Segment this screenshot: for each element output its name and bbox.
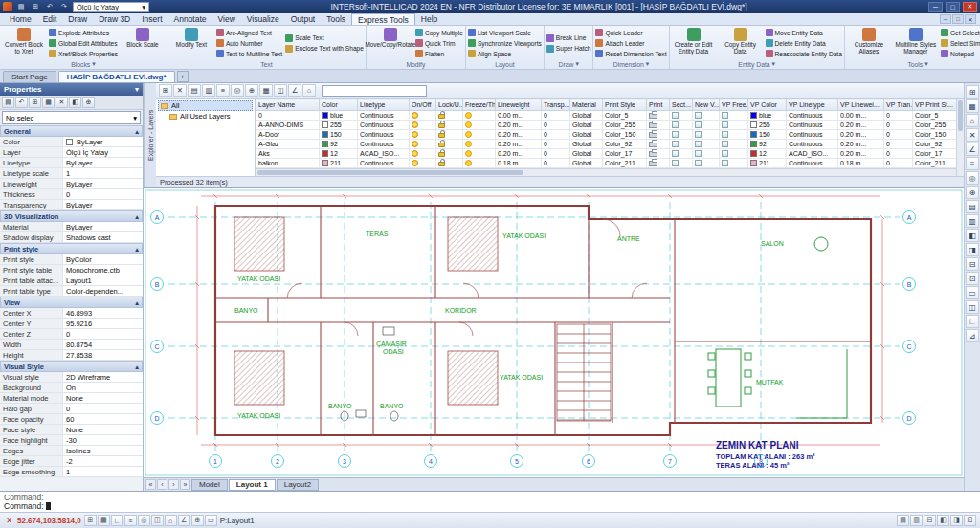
layer-sect-cell[interactable]	[670, 149, 693, 159]
redo-icon[interactable]: ↷	[58, 2, 70, 12]
layer-vpprintstyle-cell[interactable]: Color_5	[913, 111, 957, 121]
properties-toolbar-icon[interactable]: ⊕	[82, 97, 95, 108]
layer-newvp-cell[interactable]	[693, 140, 720, 149]
layer-onoff-cell[interactable]	[410, 159, 436, 168]
column-header-vp-linewei[interactable]: VP Linewei...	[838, 99, 884, 111]
layer-material-cell[interactable]: Global	[570, 111, 603, 121]
menu-item-draw[interactable]: Draw	[62, 13, 93, 25]
layer-print-cell[interactable]	[647, 149, 670, 159]
layer-color-cell[interactable]: 255	[320, 121, 358, 130]
quick-access-combo[interactable]: Ölçü İç Yatay ▾	[73, 2, 149, 12]
layers-toolbar-icon[interactable]: ◫	[274, 84, 287, 97]
property-value[interactable]: -2	[63, 456, 143, 466]
layer-freeze-cell[interactable]	[463, 130, 496, 140]
layer-onoff-cell[interactable]	[410, 140, 436, 149]
scrollbar-thumb[interactable]	[257, 170, 523, 175]
layer-vplinetype-cell[interactable]: Continuous	[787, 159, 838, 168]
column-header-layer-name[interactable]: Layer Name	[256, 99, 320, 111]
property-value[interactable]: Layout1	[63, 275, 143, 285]
section-header-3d-visualization[interactable]: 3D Visualization▴	[0, 210, 143, 222]
layer-vplineweight-cell[interactable]: 0.20 m...	[838, 130, 884, 140]
layer-vptransparency-cell[interactable]: 0	[884, 140, 913, 149]
doc-minimize-button[interactable]: ─	[940, 14, 951, 24]
layout-tab-layout-1[interactable]: Layout 1	[229, 479, 276, 491]
layer-newvp-cell[interactable]	[693, 111, 720, 121]
column-header-print[interactable]: Print	[647, 99, 670, 111]
property-value[interactable]: 1	[63, 467, 143, 476]
layer-name-cell[interactable]: A-ANNO-DIMS	[256, 121, 320, 130]
layer-newvp-cell[interactable]	[693, 159, 720, 168]
tab-start-page[interactable]: Start Page	[3, 71, 56, 82]
ribbon-button-notepad[interactable]: Notepad	[941, 49, 980, 58]
layers-toolbar-icon[interactable]: ⊞	[159, 84, 172, 97]
layers-toolbar-icon[interactable]: ✕	[173, 84, 187, 97]
property-value[interactable]: 27.8538	[63, 350, 143, 360]
status-toggle-icon[interactable]: ▤	[897, 515, 909, 526]
property-value[interactable]: On	[63, 383, 143, 392]
property-value[interactable]: Color-dependen...	[63, 286, 143, 296]
property-value[interactable]: ByColor	[63, 254, 143, 264]
layer-vptransparency-cell[interactable]: 0	[884, 111, 913, 121]
layer-lock-cell[interactable]	[436, 140, 463, 149]
layers-toolbar-icon[interactable]: ▤	[188, 84, 201, 97]
ribbon-button-list-viewport-scale[interactable]: List Viewport Scale	[468, 28, 542, 37]
column-header-lock-u[interactable]: Lock/U...	[436, 99, 463, 111]
menu-item-annotate[interactable]: Annotate	[168, 13, 212, 25]
right-toolbar-icon[interactable]: ◎	[966, 171, 979, 185]
ribbon-button-move-copy-rotate[interactable]: Move/Copy/Rotate	[368, 27, 412, 59]
layer-transparency-cell[interactable]: 0	[542, 111, 570, 121]
maximize-button[interactable]: □	[946, 2, 960, 12]
layer-vpcolor-cell[interactable]: 255	[748, 121, 787, 130]
layout-tab-model[interactable]: Model	[191, 479, 228, 491]
layer-vpprintstyle-cell[interactable]: Color_92	[913, 140, 957, 149]
menu-item-edit[interactable]: Edit	[37, 13, 63, 25]
layer-printstyle-cell[interactable]: Color_17	[603, 149, 647, 159]
layer-printstyle-cell[interactable]: Color_150	[603, 130, 647, 140]
properties-toolbar-icon[interactable]: ↶	[15, 97, 28, 108]
menu-item-output[interactable]: Output	[285, 13, 322, 25]
layer-printstyle-cell[interactable]: Color_92	[603, 140, 647, 149]
property-value[interactable]: 80.8754	[63, 340, 143, 349]
property-value[interactable]: 0	[63, 329, 143, 339]
layers-toolbar-icon[interactable]: ▦	[259, 84, 273, 97]
minimize-button[interactable]: ─	[928, 2, 943, 12]
ribbon-button-reset-dimension-text[interactable]: Reset Dimension Text	[595, 49, 666, 58]
right-toolbar-icon[interactable]: ▦	[966, 99, 979, 113]
ribbon-button-move-entity-data[interactable]: Move Entity Data	[766, 28, 842, 37]
column-header-vp-tran[interactable]: VP Tran...	[884, 99, 913, 111]
layer-lineweight-cell[interactable]: 0.20 m...	[496, 140, 542, 149]
panel-menu-icon[interactable]: ▾	[135, 85, 139, 94]
layer-onoff-cell[interactable]	[410, 130, 436, 140]
selection-filter-combo[interactable]: No selec ▾	[2, 111, 141, 124]
layers-toolbar-icon[interactable]: ⌂	[302, 84, 316, 97]
layer-vplineweight-cell[interactable]: 0.20 m...	[838, 140, 884, 149]
layer-freeze-cell[interactable]	[463, 159, 496, 168]
prev-tab-button[interactable]: ‹	[157, 479, 167, 490]
status-toggle-icon[interactable]: ≡	[124, 515, 137, 526]
section-header-general[interactable]: General▴	[0, 125, 143, 137]
layer-color-cell[interactable]: 92	[320, 140, 358, 149]
property-value[interactable]: ByLayer	[63, 179, 143, 188]
layers-toolbar-icon[interactable]: ⊕	[245, 84, 258, 97]
layer-vplinetype-cell[interactable]: Continuous	[787, 140, 838, 149]
ribbon-button-scale-text[interactable]: Scale Text	[285, 33, 364, 43]
layer-name-cell[interactable]: A-Door	[256, 130, 320, 140]
layer-printstyle-cell[interactable]: Color_211	[603, 159, 647, 168]
section-header-print-style[interactable]: Print style▴	[0, 243, 143, 254]
layer-vpcolor-cell[interactable]: blue	[748, 111, 787, 121]
property-value[interactable]: None	[63, 425, 143, 434]
right-toolbar-icon[interactable]: ⊿	[966, 329, 979, 342]
menu-item-view[interactable]: View	[212, 13, 241, 25]
column-header-new-v[interactable]: New V...	[693, 99, 720, 111]
layer-vpprintstyle-cell[interactable]: Color_255	[913, 121, 957, 130]
first-tab-button[interactable]: «	[145, 479, 156, 490]
column-header-vp-linetype[interactable]: VP Linetype	[787, 99, 838, 111]
right-toolbar-icon[interactable]: ⊕	[966, 186, 979, 199]
layer-transparency-cell[interactable]: 0	[542, 140, 570, 149]
last-tab-button[interactable]: »	[180, 479, 190, 490]
layer-sect-cell[interactable]	[670, 159, 693, 168]
layer-linetype-cell[interactable]: Continuous	[358, 140, 410, 149]
section-header-view[interactable]: View▴	[0, 297, 143, 308]
menu-item-draw-3d[interactable]: Draw 3D	[93, 13, 136, 25]
ribbon-button-explode-attributes[interactable]: Explode Attributes	[49, 28, 118, 37]
